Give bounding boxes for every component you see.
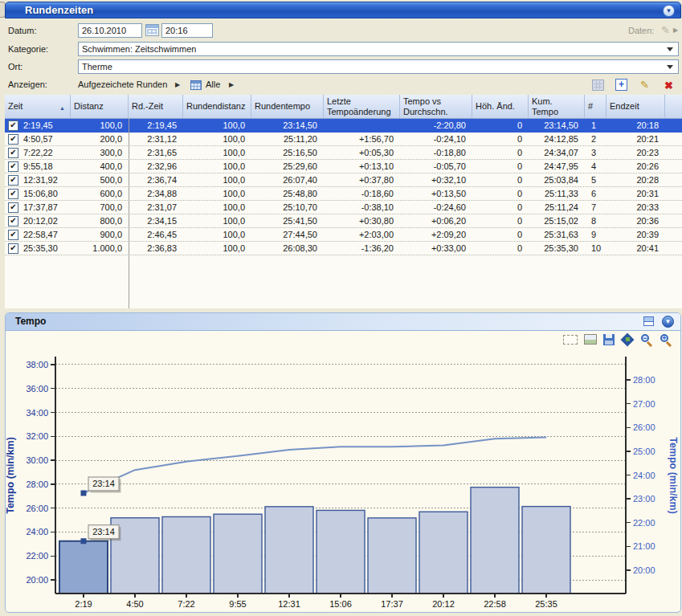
cell-endzeit: 20:33 [606,202,665,214]
row-checkbox[interactable]: ✔ [8,148,18,158]
table-row[interactable]: ✔12:31,92500,02:36,74100,026:07,40+0:37,… [5,173,682,187]
bar-12:31[interactable] [265,507,313,594]
tooltip-text: 23:14 [92,479,115,488]
table-row[interactable]: ✔2:19,45100,02:19,45100,023:14,50-2:20,8… [5,119,682,133]
cell-kum-tempo: 25:11,24 [529,202,585,214]
cell-text: 25:35,30 [23,243,58,255]
time-field[interactable]: 20:16 [161,23,213,38]
kategorie-combobox[interactable]: Schwimmen: Zeitschwimmen [78,42,679,56]
table-row[interactable]: ✔15:06,80600,02:34,88100,025:48,80-0:18,… [5,187,682,201]
cell-letzte-tempo-nderung: +0:13,10 [324,161,400,173]
cell-kum-tempo: 25:03,84 [529,174,585,186]
daten-expand-arrow-icon[interactable]: ▶ [673,27,678,34]
split-view-icon[interactable] [643,316,654,326]
calendar-icon-grid [147,29,157,35]
tempo-panel-header: Tempo ▼ [6,313,680,331]
bar-2:19[interactable] [59,541,108,594]
chart-image-icon[interactable] [584,334,597,345]
bar-25:35[interactable] [522,507,570,594]
laps-table: Zeit▲DistanzRd.-ZeitRundendistanzRundent… [5,95,682,308]
recorded-laps-selector[interactable]: Aufgezeichete Runden [78,80,167,89]
sort-asc-icon: ▲ [59,103,65,113]
panel-titlebar: Rundenzeiten ▼ [5,2,681,18]
row-checkbox[interactable]: ✔ [8,161,18,172]
combo-arrow-icon[interactable] [667,47,673,51]
laps-expand-arrow-icon[interactable]: ▶ [175,81,180,88]
bar-7:22[interactable] [162,516,210,594]
row-checkbox[interactable]: ✔ [8,230,18,240]
collapse-chart-button[interactable]: ▼ [662,316,674,328]
cell-kum-tempo: 25:15,02 [529,215,585,227]
header-cell-rundentempo[interactable]: Rundentempo [251,95,324,118]
left-tick-label: 22:00 [26,551,48,561]
delete-lap-icon[interactable]: ✖ [664,80,673,92]
row-checkbox[interactable]: ✔ [8,189,18,199]
cell-endzeit: 20:23 [606,147,665,159]
cell--: 6 [585,188,606,200]
row-checkbox[interactable]: ✔ [8,175,18,186]
left-axis-title: Tempo (min/km) [5,437,16,514]
add-lap-icon[interactable]: + [615,79,627,91]
left-tick-label: 36:00 [26,384,48,394]
ort-label: Ort: [8,62,22,71]
cell-distanz: 500,0 [71,174,129,186]
date-field[interactable]: 26.10.2010 [78,23,142,38]
row-checkbox[interactable]: ✔ [8,120,18,131]
right-tick-label: 21:00 [633,541,655,551]
ort-combobox[interactable]: Therme [78,59,679,74]
table-row[interactable]: ✔20:12,02800,02:34,15100,025:41,50+0:30,… [5,214,682,228]
header-cell--[interactable]: # [585,95,606,118]
zoom-out-icon[interactable]: − [640,333,653,346]
calendar-icon[interactable] [145,24,159,36]
table-row[interactable]: ✔4:50,57200,02:31,12100,025:11,20+1:56,7… [5,133,682,146]
header-cell-rd-zeit[interactable]: Rd.-Zeit [129,95,183,118]
header-cell-tempo-vs-durchschn-[interactable]: Tempo vs Durchschn. [400,95,472,118]
alle-expand-arrow-icon[interactable]: ▶ [229,81,234,88]
row-checkbox[interactable]: ✔ [8,243,18,254]
header-cell-endzeit[interactable]: Endzeit [606,95,665,118]
pan-chart-icon[interactable] [621,333,634,346]
header-cell-h-h-nd-[interactable]: Höh. Änd. [472,95,529,118]
bar-15:06[interactable] [316,510,365,594]
cell-zeit: ✔7:22,22 [5,147,71,159]
bar-20:12[interactable] [419,512,468,594]
kategorie-row: Kategorie: Schwimmen: Zeitschwimmen [0,42,682,58]
edit-lap-pencil-icon[interactable]: ✎ [640,79,649,91]
table-view-icon[interactable] [190,80,202,90]
table-row[interactable]: ✔9:55,18400,02:32,96100,025:29,60+0:13,1… [5,160,682,173]
column-filter-selector[interactable]: Alle [206,80,220,89]
column-divider[interactable] [129,119,129,308]
edit-data-pencil-icon[interactable]: ✎ [661,24,670,36]
table-row[interactable]: ✔7:22,22300,02:31,65100,025:16,50+0:05,3… [5,146,682,160]
chevron-down-icon: ▼ [665,318,672,325]
cell-letzte-tempo-nderung: +1:56,70 [324,133,400,145]
zoom-in-icon[interactable]: + [660,333,672,346]
right-tick-label: 24:00 [633,471,655,480]
header-cell-letzte-tempo-nderung[interactable]: Letzte Tempoänderung [324,95,400,118]
header-label: Rundendistanz [186,101,245,112]
cell-h-h-nd-: 0 [472,174,529,186]
collapse-panel-button[interactable]: ▼ [663,5,675,17]
header-cell-distanz[interactable]: Distanz [71,95,129,118]
row-checkbox[interactable]: ✔ [8,134,18,145]
header-cell-rundendistanz[interactable]: Rundendistanz [183,95,251,118]
table-row[interactable]: ✔17:37,87700,02:31,07100,025:10,70-0:38,… [5,201,682,214]
left-tick-label: 24:00 [26,527,48,536]
select-region-icon[interactable] [563,335,578,345]
cell-kum-tempo: 25:31,63 [529,229,585,241]
header-cell-zeit[interactable]: Zeit▲ [5,95,71,118]
header-cell-kum-tempo[interactable]: Kum. Tempo [529,95,585,118]
bar-marker[interactable] [81,538,87,544]
line-marker[interactable] [81,490,87,496]
table-row[interactable]: ✔25:35,301.000,02:36,83100,026:08,30-1:3… [5,242,682,255]
x-tick-label: 20:12 [432,599,455,609]
cell-h-h-nd-: 0 [472,161,529,173]
table-row[interactable]: ✔22:58,47900,02:46,45100,027:44,50+2:03,… [5,228,682,242]
row-checkbox[interactable]: ✔ [8,216,18,226]
row-checkbox[interactable]: ✔ [8,202,18,213]
bar-9:55[interactable] [214,514,262,594]
bar-22:58[interactable] [471,487,519,594]
combo-arrow-icon[interactable] [667,65,673,69]
save-icon[interactable] [603,334,615,345]
bar-17:37[interactable] [368,518,416,594]
